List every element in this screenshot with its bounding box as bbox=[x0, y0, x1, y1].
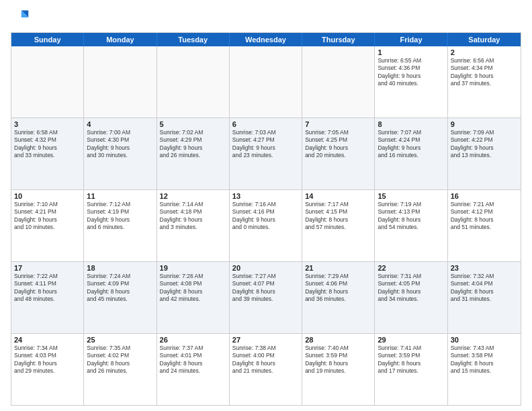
day-info: Sunrise: 7:24 AM Sunset: 4:09 PM Dayligh… bbox=[87, 273, 153, 304]
calendar-cell: 7Sunrise: 7:05 AM Sunset: 4:25 PM Daylig… bbox=[302, 118, 375, 189]
day-info: Sunrise: 7:32 AM Sunset: 4:04 PM Dayligh… bbox=[451, 273, 518, 304]
day-number: 22 bbox=[378, 264, 444, 272]
calendar-cell: 1Sunrise: 6:55 AM Sunset: 4:36 PM Daylig… bbox=[375, 46, 447, 118]
day-info: Sunrise: 6:55 AM Sunset: 4:36 PM Dayligh… bbox=[378, 57, 444, 88]
day-number: 7 bbox=[305, 120, 371, 128]
calendar-row-3: 17Sunrise: 7:22 AM Sunset: 4:11 PM Dayli… bbox=[11, 262, 521, 334]
day-info: Sunrise: 7:31 AM Sunset: 4:05 PM Dayligh… bbox=[378, 273, 444, 304]
day-info: Sunrise: 7:41 AM Sunset: 3:59 PM Dayligh… bbox=[378, 345, 444, 375]
day-number: 8 bbox=[378, 120, 444, 128]
calendar-cell: 8Sunrise: 7:07 AM Sunset: 4:24 PM Daylig… bbox=[375, 118, 447, 189]
calendar-cell: 19Sunrise: 7:26 AM Sunset: 4:08 PM Dayli… bbox=[157, 262, 230, 333]
calendar-row-2: 10Sunrise: 7:10 AM Sunset: 4:21 PM Dayli… bbox=[11, 190, 521, 262]
day-info: Sunrise: 7:09 AM Sunset: 4:22 PM Dayligh… bbox=[451, 129, 518, 160]
calendar-cell: 29Sunrise: 7:41 AM Sunset: 3:59 PM Dayli… bbox=[375, 334, 447, 405]
calendar-row-0: 1Sunrise: 6:55 AM Sunset: 4:36 PM Daylig… bbox=[11, 46, 521, 118]
logo bbox=[11, 8, 31, 27]
calendar-cell: 28Sunrise: 7:40 AM Sunset: 3:59 PM Dayli… bbox=[302, 334, 375, 405]
day-number: 6 bbox=[232, 120, 299, 128]
day-number: 28 bbox=[305, 336, 371, 344]
day-number: 9 bbox=[451, 120, 518, 128]
day-info: Sunrise: 7:14 AM Sunset: 4:18 PM Dayligh… bbox=[160, 201, 226, 232]
day-info: Sunrise: 7:17 AM Sunset: 4:15 PM Dayligh… bbox=[305, 201, 371, 232]
page-header bbox=[11, 8, 521, 27]
calendar-cell: 14Sunrise: 7:17 AM Sunset: 4:15 PM Dayli… bbox=[302, 190, 375, 261]
day-info: Sunrise: 7:38 AM Sunset: 4:00 PM Dayligh… bbox=[232, 345, 299, 375]
calendar-cell bbox=[11, 46, 84, 118]
calendar-header-wednesday: Wednesday bbox=[230, 33, 302, 46]
day-number: 19 bbox=[160, 264, 226, 272]
day-number: 4 bbox=[87, 120, 153, 128]
day-number: 17 bbox=[14, 264, 81, 272]
day-number: 21 bbox=[305, 264, 371, 272]
day-info: Sunrise: 7:29 AM Sunset: 4:06 PM Dayligh… bbox=[305, 273, 371, 304]
calendar-cell bbox=[84, 46, 157, 118]
calendar-cell: 21Sunrise: 7:29 AM Sunset: 4:06 PM Dayli… bbox=[302, 262, 375, 333]
calendar-cell: 30Sunrise: 7:43 AM Sunset: 3:58 PM Dayli… bbox=[448, 334, 521, 405]
calendar-row-4: 24Sunrise: 7:34 AM Sunset: 4:03 PM Dayli… bbox=[11, 334, 521, 405]
calendar-cell: 5Sunrise: 7:02 AM Sunset: 4:29 PM Daylig… bbox=[157, 118, 230, 189]
day-info: Sunrise: 7:00 AM Sunset: 4:30 PM Dayligh… bbox=[87, 129, 153, 160]
calendar-cell: 18Sunrise: 7:24 AM Sunset: 4:09 PM Dayli… bbox=[84, 262, 157, 333]
day-number: 24 bbox=[14, 336, 81, 344]
day-number: 16 bbox=[451, 192, 518, 200]
day-number: 29 bbox=[378, 336, 444, 344]
calendar-header-monday: Monday bbox=[84, 33, 157, 46]
calendar-header-friday: Friday bbox=[375, 33, 447, 46]
calendar-header-saturday: Saturday bbox=[448, 33, 521, 46]
calendar-header-row: SundayMondayTuesdayWednesdayThursdayFrid… bbox=[11, 33, 521, 46]
day-info: Sunrise: 7:10 AM Sunset: 4:21 PM Dayligh… bbox=[14, 201, 81, 232]
calendar-header-sunday: Sunday bbox=[11, 33, 84, 46]
calendar-cell: 20Sunrise: 7:27 AM Sunset: 4:07 PM Dayli… bbox=[230, 262, 302, 333]
day-number: 23 bbox=[451, 264, 518, 272]
calendar-cell: 6Sunrise: 7:03 AM Sunset: 4:27 PM Daylig… bbox=[230, 118, 302, 189]
calendar-cell: 3Sunrise: 6:58 AM Sunset: 4:32 PM Daylig… bbox=[11, 118, 84, 189]
calendar-cell: 22Sunrise: 7:31 AM Sunset: 4:05 PM Dayli… bbox=[375, 262, 447, 333]
day-number: 1 bbox=[378, 48, 444, 56]
logo-icon bbox=[11, 8, 30, 27]
calendar-cell bbox=[230, 46, 302, 118]
day-number: 3 bbox=[14, 120, 81, 128]
day-info: Sunrise: 7:03 AM Sunset: 4:27 PM Dayligh… bbox=[232, 129, 299, 160]
calendar-cell: 25Sunrise: 7:35 AM Sunset: 4:02 PM Dayli… bbox=[84, 334, 157, 405]
calendar-header-tuesday: Tuesday bbox=[157, 33, 230, 46]
day-number: 26 bbox=[160, 336, 226, 344]
day-number: 20 bbox=[232, 264, 299, 272]
day-info: Sunrise: 7:12 AM Sunset: 4:19 PM Dayligh… bbox=[87, 201, 153, 232]
calendar-cell: 4Sunrise: 7:00 AM Sunset: 4:30 PM Daylig… bbox=[84, 118, 157, 189]
day-number: 27 bbox=[232, 336, 299, 344]
calendar-cell: 15Sunrise: 7:19 AM Sunset: 4:13 PM Dayli… bbox=[375, 190, 447, 261]
day-number: 15 bbox=[378, 192, 444, 200]
day-info: Sunrise: 7:40 AM Sunset: 3:59 PM Dayligh… bbox=[305, 345, 371, 375]
calendar-cell: 11Sunrise: 7:12 AM Sunset: 4:19 PM Dayli… bbox=[84, 190, 157, 261]
day-info: Sunrise: 7:34 AM Sunset: 4:03 PM Dayligh… bbox=[14, 345, 81, 375]
day-number: 13 bbox=[232, 192, 299, 200]
calendar-cell: 17Sunrise: 7:22 AM Sunset: 4:11 PM Dayli… bbox=[11, 262, 84, 333]
day-info: Sunrise: 7:43 AM Sunset: 3:58 PM Dayligh… bbox=[451, 345, 518, 375]
day-number: 5 bbox=[160, 120, 226, 128]
calendar-cell: 26Sunrise: 7:37 AM Sunset: 4:01 PM Dayli… bbox=[157, 334, 230, 405]
calendar-header-thursday: Thursday bbox=[302, 33, 375, 46]
day-number: 18 bbox=[87, 264, 153, 272]
calendar-cell: 23Sunrise: 7:32 AM Sunset: 4:04 PM Dayli… bbox=[448, 262, 521, 333]
day-number: 2 bbox=[451, 48, 518, 56]
calendar-row-1: 3Sunrise: 6:58 AM Sunset: 4:32 PM Daylig… bbox=[11, 118, 521, 190]
day-info: Sunrise: 7:27 AM Sunset: 4:07 PM Dayligh… bbox=[232, 273, 299, 304]
day-number: 25 bbox=[87, 336, 153, 344]
day-number: 11 bbox=[87, 192, 153, 200]
day-number: 30 bbox=[451, 336, 518, 344]
calendar-cell: 24Sunrise: 7:34 AM Sunset: 4:03 PM Dayli… bbox=[11, 334, 84, 405]
day-info: Sunrise: 7:05 AM Sunset: 4:25 PM Dayligh… bbox=[305, 129, 371, 160]
day-info: Sunrise: 6:56 AM Sunset: 4:34 PM Dayligh… bbox=[451, 57, 518, 88]
calendar-cell: 9Sunrise: 7:09 AM Sunset: 4:22 PM Daylig… bbox=[448, 118, 521, 189]
calendar-body: 1Sunrise: 6:55 AM Sunset: 4:36 PM Daylig… bbox=[11, 46, 521, 406]
day-info: Sunrise: 7:19 AM Sunset: 4:13 PM Dayligh… bbox=[378, 201, 444, 232]
day-info: Sunrise: 7:07 AM Sunset: 4:24 PM Dayligh… bbox=[378, 129, 444, 160]
calendar-cell: 27Sunrise: 7:38 AM Sunset: 4:00 PM Dayli… bbox=[230, 334, 302, 405]
day-info: Sunrise: 7:22 AM Sunset: 4:11 PM Dayligh… bbox=[14, 273, 81, 304]
calendar-cell: 13Sunrise: 7:16 AM Sunset: 4:16 PM Dayli… bbox=[230, 190, 302, 261]
calendar-cell: 2Sunrise: 6:56 AM Sunset: 4:34 PM Daylig… bbox=[448, 46, 521, 118]
calendar: SundayMondayTuesdayWednesdayThursdayFrid… bbox=[11, 32, 521, 406]
day-info: Sunrise: 7:16 AM Sunset: 4:16 PM Dayligh… bbox=[232, 201, 299, 232]
calendar-cell: 10Sunrise: 7:10 AM Sunset: 4:21 PM Dayli… bbox=[11, 190, 84, 261]
